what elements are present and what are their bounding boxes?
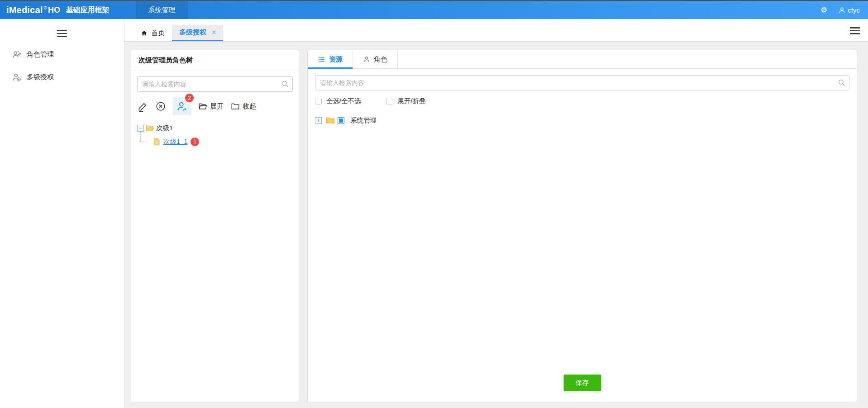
sidebar-item-label: 多级授权 (27, 73, 54, 81)
role-tree-search-input[interactable] (137, 76, 293, 92)
app-title: 基础应用框架 (66, 5, 110, 15)
tab-label: 首页 (151, 29, 165, 38)
select-all-label: 全选/全不选 (326, 97, 361, 105)
sidebar-collapse-hamburger-icon[interactable] (57, 30, 67, 37)
role-count-badge: 1 (191, 138, 199, 146)
select-all-checkbox-group[interactable]: 全选/全不选 (315, 97, 361, 105)
tree-node-root[interactable]: − 次级1 (137, 122, 293, 134)
select-all-checkbox[interactable] (315, 98, 322, 104)
main-layout: 角色管理 多级授权 首页 (0, 19, 868, 408)
user-icon (838, 6, 846, 14)
role-tree-panel: 次级管理员角色树 (131, 50, 299, 402)
assign-person-icon (176, 101, 188, 112)
tree-node-label[interactable]: 次级1 (156, 124, 173, 133)
panel-title: 次级管理员角色树 (131, 50, 299, 71)
edit-pencil-icon[interactable] (137, 101, 148, 112)
search-icon (281, 80, 290, 89)
topbar-right: ⚙ cfyc (820, 6, 860, 14)
tree-connector (140, 142, 147, 142)
tab-label: 角色 (374, 55, 387, 64)
gear-icon[interactable]: ⚙ (820, 6, 827, 14)
expand-collapse-checkbox[interactable] (386, 98, 393, 104)
page-tabstrip: 首页 多级授权 × (124, 19, 868, 42)
folder-open-icon (198, 101, 208, 111)
tab-roles[interactable]: 角色 (353, 50, 398, 68)
sidebar-item-label: 角色管理 (27, 50, 54, 59)
content-area: 首页 多级授权 × 次级管理员角色树 (124, 19, 868, 408)
multilevel-auth-icon (12, 72, 22, 82)
registered-mark: ® (44, 5, 48, 10)
sidebar-item-role-management[interactable]: 角色管理 (0, 43, 124, 66)
topnav-item-system-management[interactable]: 系统管理 (136, 1, 188, 19)
role-tree-search (137, 76, 293, 92)
authorization-panel: 资源 角色 (307, 50, 857, 402)
collapse-label: 收起 (243, 102, 256, 111)
home-icon (141, 30, 148, 37)
tree-expand-toggle[interactable]: + (315, 117, 322, 124)
topbar: iMedical®HO 基础应用框架 系统管理 ⚙ cfyc (0, 1, 868, 19)
resource-search (315, 75, 849, 90)
person-icon (363, 56, 370, 63)
tab-home[interactable]: 首页 (134, 25, 172, 41)
expand-collapse-label: 展开/折叠 (398, 97, 426, 105)
role-tree-toolbar: 2 展开 (131, 95, 299, 119)
file-yellow-icon (153, 138, 161, 146)
collapse-all-button[interactable]: 收起 (230, 101, 256, 111)
resource-node-label[interactable]: 系统管理 (350, 116, 377, 125)
tab-label: 多级授权 (179, 28, 206, 37)
expand-label: 展开 (210, 102, 224, 111)
cards-row: 次级管理员角色树 (124, 42, 868, 408)
tree-options-row: 全选/全不选 展开/折叠 (315, 97, 849, 105)
tree-connector (140, 132, 141, 142)
sidebar: 角色管理 多级授权 (0, 19, 124, 408)
authorization-tabs: 资源 角色 (308, 50, 857, 69)
tree-node-link[interactable]: 次级1_1 (163, 138, 187, 146)
delete-circle-x-icon[interactable] (155, 101, 166, 112)
folder-yellow-closed-icon (325, 115, 335, 125)
list-icon (318, 56, 325, 63)
search-icon (837, 78, 846, 87)
tab-list-hamburger-icon[interactable] (850, 25, 860, 36)
assign-person-button[interactable]: 2 (173, 97, 191, 115)
sidebar-item-multilevel-auth[interactable]: 多级授权 (0, 66, 124, 89)
role-tree: − 次级1 (131, 119, 299, 152)
folder-yellow-open-icon (145, 123, 155, 133)
brand-suffix: HO (48, 5, 60, 15)
brand-logo: iMedical®HO (6, 5, 61, 15)
brand-name: iMedical (6, 5, 43, 15)
tab-label: 资源 (329, 55, 343, 64)
tree-node-child[interactable]: 次级1_1 1 (137, 134, 293, 149)
save-button[interactable]: 保存 (563, 375, 601, 391)
folder-closed-icon (230, 101, 240, 111)
username: cfyc (848, 6, 860, 14)
resource-search-input[interactable] (315, 75, 849, 90)
tab-multilevel-auth[interactable]: 多级授权 × (172, 25, 223, 41)
resource-tree-node[interactable]: + 系统管理 (315, 115, 849, 125)
resource-node-checkbox[interactable] (338, 117, 344, 124)
tab-close-icon[interactable]: × (212, 28, 216, 37)
tab-resources[interactable]: 资源 (308, 50, 353, 68)
expand-all-button[interactable]: 展开 (198, 101, 224, 111)
tree-collapse-toggle[interactable]: − (137, 125, 144, 132)
roles-icon (12, 50, 22, 60)
expand-collapse-checkbox-group[interactable]: 展开/折叠 (386, 97, 426, 105)
assign-count-badge: 2 (185, 94, 194, 102)
user-menu[interactable]: cfyc (838, 6, 860, 14)
